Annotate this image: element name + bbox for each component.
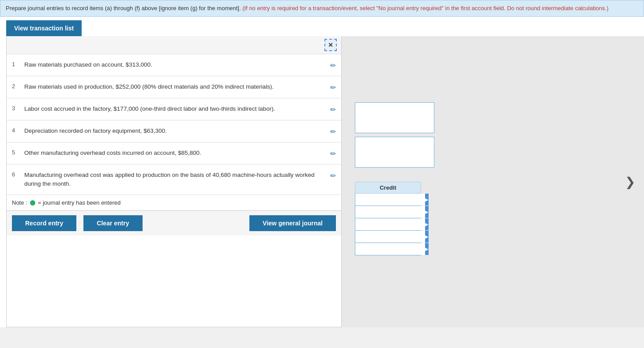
pencil-icon[interactable]: ✏ bbox=[330, 105, 336, 114]
view-general-journal-button[interactable]: View general journal bbox=[249, 215, 336, 231]
upper-input-boxes bbox=[355, 102, 443, 171]
upper-input-box-1[interactable] bbox=[355, 102, 434, 133]
edit-icon-2[interactable]: ✏ bbox=[330, 82, 336, 92]
pencil-icon[interactable]: ✏ bbox=[330, 127, 336, 136]
transaction-list: 1 Raw materials purchased on account, $3… bbox=[7, 54, 341, 195]
credit-input-3[interactable] bbox=[355, 218, 425, 230]
row-text: Depreciation recorded on factory equipme… bbox=[24, 127, 326, 135]
credit-row-arrow-2[interactable]: ▶ bbox=[425, 206, 429, 218]
upper-input-box-2[interactable] bbox=[355, 137, 434, 168]
row-text: Other manufacturing overhead costs incur… bbox=[24, 149, 326, 157]
credit-label: Credit bbox=[355, 182, 421, 194]
credit-input-4[interactable] bbox=[355, 231, 425, 243]
credit-row-arrow-4[interactable]: ▶ bbox=[425, 231, 429, 243]
row-text: Manufacturing overhead cost was applied … bbox=[24, 171, 326, 189]
instruction-bar: Prepare journal entries to record items … bbox=[0, 0, 644, 17]
transaction-panel: ✕ 1 Raw materials purchased on account, … bbox=[6, 36, 342, 327]
row-number: 5 bbox=[12, 149, 20, 156]
credit-input-row-3: ▶ bbox=[355, 218, 421, 231]
credit-row-arrow-5[interactable]: ▶ bbox=[425, 243, 429, 255]
credit-row-arrow-3[interactable]: ▶ bbox=[425, 218, 429, 230]
edit-icon-3[interactable]: ✏ bbox=[330, 105, 336, 114]
credit-input-row-5: ▶ bbox=[355, 243, 421, 255]
row-number: 1 bbox=[12, 60, 20, 67]
row-text: Raw materials purchased on account, $313… bbox=[24, 60, 326, 69]
row-number: 2 bbox=[12, 82, 20, 90]
credit-input-row-2: ▶ bbox=[355, 206, 421, 218]
edit-icon-5[interactable]: ✏ bbox=[330, 149, 336, 158]
edit-icon-6[interactable]: ✏ bbox=[330, 171, 336, 180]
credit-input-2[interactable] bbox=[355, 206, 425, 218]
row-text: Raw materials used in production, $252,0… bbox=[24, 82, 326, 91]
row-number: 6 bbox=[12, 171, 20, 178]
table-row: 2 Raw materials used in production, $252… bbox=[7, 76, 341, 98]
main-content: ✕ 1 Raw materials purchased on account, … bbox=[0, 36, 644, 327]
note-suffix: = journal entry has been entered bbox=[38, 199, 121, 206]
credit-row-arrow-1[interactable]: ▶ bbox=[425, 194, 429, 206]
row-number: 3 bbox=[12, 105, 20, 112]
instruction-red-text: (If no entry is required for a transacti… bbox=[242, 5, 608, 11]
pencil-icon[interactable]: ✏ bbox=[330, 83, 336, 92]
pencil-icon[interactable]: ✏ bbox=[330, 150, 336, 158]
credit-section: Credit ▶ ▶ ▶ ▶ bbox=[355, 182, 443, 255]
credit-inputs: ▶ ▶ ▶ ▶ ▶ bbox=[355, 194, 421, 255]
row-number: 4 bbox=[12, 127, 20, 134]
note-row: Note : = journal entry has been entered bbox=[7, 195, 341, 210]
credit-input-row-1: ▶ bbox=[355, 194, 421, 206]
table-row: 1 Raw materials purchased on account, $3… bbox=[7, 54, 341, 76]
close-button[interactable]: ✕ bbox=[324, 39, 337, 51]
note-prefix: Note : bbox=[12, 199, 27, 206]
edit-icon-4[interactable]: ✏ bbox=[330, 127, 336, 136]
pencil-icon[interactable]: ✏ bbox=[330, 61, 336, 70]
credit-input-5[interactable] bbox=[355, 243, 425, 255]
record-entry-button[interactable]: Record entry bbox=[12, 215, 76, 231]
row-text: Labor cost accrued in the factory, $177,… bbox=[24, 105, 326, 113]
pencil-icon[interactable]: ✏ bbox=[330, 172, 336, 180]
credit-input-row-4: ▶ bbox=[355, 231, 421, 243]
clear-entry-button[interactable]: Clear entry bbox=[83, 215, 142, 231]
table-row: 5 Other manufacturing overhead costs inc… bbox=[7, 142, 341, 165]
table-row: 6 Manufacturing overhead cost was applie… bbox=[7, 165, 341, 195]
view-transaction-list-button[interactable]: View transaction list bbox=[6, 20, 82, 36]
journal-panel: ❯ Credit ▶ ▶ ▶ bbox=[342, 36, 644, 327]
chevron-right-icon[interactable]: ❯ bbox=[625, 174, 635, 189]
credit-input-1[interactable] bbox=[355, 194, 425, 206]
table-row: 4 Depreciation recorded on factory equip… bbox=[7, 120, 341, 142]
edit-icon-1[interactable]: ✏ bbox=[330, 60, 336, 70]
close-bar: ✕ bbox=[7, 36, 341, 54]
instruction-text: Prepare journal entries to record items … bbox=[6, 5, 241, 11]
bottom-buttons-area: Record entry Clear entry View general jo… bbox=[7, 210, 341, 236]
table-row: 3 Labor cost accrued in the factory, $17… bbox=[7, 98, 341, 120]
green-dot-icon bbox=[30, 200, 35, 206]
page-wrapper: Prepare journal entries to record items … bbox=[0, 0, 644, 327]
